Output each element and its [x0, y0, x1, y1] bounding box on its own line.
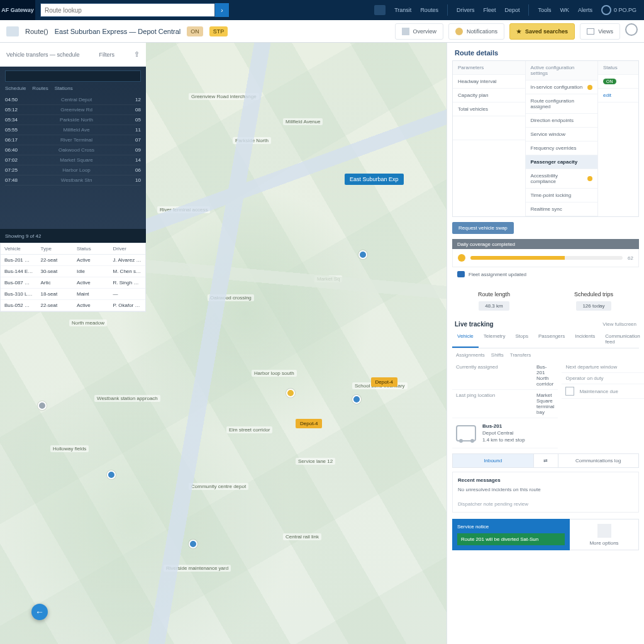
subtab[interactable]: Assignments	[456, 352, 485, 358]
schedule-row[interactable]: 06:40Oakwood Cross09	[5, 145, 141, 155]
schedule-row[interactable]: 05:34Parkside North05	[5, 115, 141, 125]
tracking-tab[interactable]: Vehicle	[452, 330, 479, 348]
grid-cell[interactable]: Frequency overrides	[526, 142, 598, 155]
map-poi-icon[interactable]	[189, 540, 197, 548]
subtab[interactable]: Transfers	[510, 352, 531, 358]
grid-cell[interactable]: In-service configuration	[526, 80, 598, 94]
grid-cell-empty	[453, 116, 525, 140]
search-input[interactable]	[40, 3, 215, 17]
grid-col-status: Status ON edit	[598, 61, 638, 216]
schedule-row[interactable]: 04:50Central Depot12	[5, 95, 141, 105]
map-label: Elm street corridor	[226, 426, 272, 433]
table-row[interactable]: Bus-201 North22-seatActiveJ. Alvarez coa…	[1, 255, 145, 266]
schedule-row[interactable]: 07:48Westbank Stn10	[5, 175, 141, 186]
nav-link[interactable]: Fleet	[483, 7, 496, 13]
route-name: East Suburban Express — Depot Central	[55, 28, 181, 35]
map-recenter-button[interactable]: ←	[31, 604, 48, 620]
cell: Artic	[37, 277, 74, 288]
schedule-row[interactable]: 06:17River Terminal07	[5, 135, 141, 145]
schedule-row[interactable]: 05:55Millfield Ave11	[5, 125, 141, 135]
promo-main[interactable]: Service notice Route 201 will be diverte…	[452, 519, 570, 550]
col-header[interactable]: Vehicle	[1, 243, 37, 254]
promo-body: Route 201 will be diverted Sat-Sun	[457, 533, 565, 545]
schedule-row[interactable]: 07:02Market Square14	[5, 155, 141, 165]
table-row[interactable]: Bus-087 CityArticActiveR. Singh main rou…	[1, 277, 145, 289]
schedule-row[interactable]: 07:25Harbor Loop06	[5, 165, 141, 175]
nav-link[interactable]: Drivers	[457, 7, 475, 13]
map-poi-icon[interactable]	[286, 389, 295, 397]
promo-side[interactable]: More options	[570, 519, 639, 550]
map-callout-depot[interactable]: Depot-4	[371, 377, 397, 387]
subtab[interactable]: Shifts	[491, 352, 504, 358]
subheader-card-notifications[interactable]: Notifications	[448, 23, 504, 40]
grid-cell[interactable]: Route configuration assigned	[526, 94, 598, 114]
schedule-row[interactable]: 05:12Greenview Rd08	[5, 105, 141, 115]
promo-block: Service notice Route 201 will be diverte…	[452, 519, 639, 550]
cap: 07	[135, 137, 141, 143]
col-header[interactable]: Driver	[109, 243, 146, 254]
status-pill: STP	[209, 26, 228, 36]
kv-val: Bus-201 North corridor	[536, 364, 554, 387]
clock-icon[interactable]	[625, 23, 638, 36]
pair-tab-inbound[interactable]: Inbound	[453, 454, 533, 467]
brand-logo[interactable]: AF Gateway	[0, 0, 35, 20]
stop: Oakwood Cross	[58, 147, 94, 153]
vehicle-block[interactable]: Bus-201 Depot Central 1.4 km to next sto…	[452, 418, 558, 448]
stat-value-button[interactable]: 126 today	[576, 301, 611, 311]
grid-cell-selected[interactable]: Passenger capacity	[526, 155, 598, 169]
time: 05:34	[5, 117, 18, 123]
right-panel-title: Route details	[447, 43, 644, 60]
tracking-tab[interactable]: Telemetry	[479, 330, 511, 348]
grid-cell[interactable]: Service window	[526, 128, 598, 142]
table-row[interactable]: Bus-144 East30-seatIdleM. Chen standby u…	[1, 266, 145, 277]
share-icon[interactable]: ⇪	[134, 50, 140, 58]
stat-value-button[interactable]: 48.3 km	[479, 301, 509, 311]
grid-cell[interactable]: Direction endpoints	[526, 114, 598, 128]
grid-cell[interactable]: Time-point locking	[526, 189, 598, 203]
nav-link[interactable]: Routes	[420, 7, 438, 13]
tracking-tab[interactable]: Incidents	[570, 330, 600, 348]
subheader-card-saved[interactable]: ★ Saved searches	[509, 23, 575, 40]
map-callout-primary[interactable]: East Suburban Exp	[345, 174, 404, 185]
grid-cell[interactable]: Realtime sync	[526, 203, 598, 216]
section-more-link[interactable]: View fullscreen	[602, 321, 636, 327]
nav-link[interactable]: Alerts	[578, 7, 592, 13]
balance-indicator[interactable]: 0 PO.PG	[601, 5, 636, 15]
cell: R. Singh main route	[109, 277, 146, 288]
subheader-card-views[interactable]: Views	[580, 23, 620, 40]
schedule-tab[interactable]: Stations	[55, 86, 73, 91]
dual-stat: Route length 48.3 km Scheduled trips 126…	[447, 282, 644, 316]
map-poi-icon[interactable]	[38, 401, 47, 410]
tracking-tab[interactable]: Stops	[510, 330, 533, 348]
nav-link[interactable]: Transit	[394, 7, 411, 13]
pair-tab-swap[interactable]: ⇄	[533, 454, 558, 467]
tracking-tab[interactable]: Passengers	[533, 330, 570, 348]
pair-tab-comms[interactable]: Communications log	[558, 454, 639, 467]
table-row[interactable]: Bus-052 West22-seatActiveP. Okafor reser…	[1, 300, 145, 311]
col-header[interactable]: Status	[73, 243, 109, 254]
edit-link[interactable]: edit	[598, 89, 638, 103]
pair-tabs: Inbound ⇄ Communications log	[452, 453, 639, 468]
search-button[interactable]: ›	[215, 3, 229, 17]
schedule-search-input[interactable]	[5, 70, 141, 82]
progress-block: Daily coverage completed 62 Fleet assign…	[452, 239, 639, 281]
map-callout-depot[interactable]: Depot-4	[296, 419, 322, 428]
map-poi-icon[interactable]	[358, 250, 367, 259]
tracking-tab[interactable]: Communication feed	[600, 330, 644, 348]
schedule-tab[interactable]: Schedule	[5, 86, 26, 91]
col-header[interactable]: Type	[37, 243, 74, 254]
table-row[interactable]: Bus-310 Loop18-seatMaint—	[1, 289, 145, 300]
subheader-card-overview[interactable]: Overview	[395, 23, 444, 40]
map-poi-icon[interactable]	[352, 395, 361, 404]
bus-icon	[456, 425, 476, 441]
coin-icon	[458, 254, 465, 262]
schedule-tab[interactable]: Routes	[32, 86, 48, 91]
nav-link[interactable]: Depot	[504, 7, 519, 13]
grid-cell[interactable]: Accessibility compliance	[526, 169, 598, 189]
nav-link[interactable]: WK	[560, 7, 569, 13]
map-poi-icon[interactable]	[107, 470, 116, 479]
apps-icon[interactable]	[374, 5, 386, 15]
request-swap-button[interactable]: Request vehicle swap	[452, 222, 514, 234]
toolbar-filters[interactable]: Filters	[99, 52, 115, 58]
nav-link[interactable]: Tools	[538, 7, 551, 13]
